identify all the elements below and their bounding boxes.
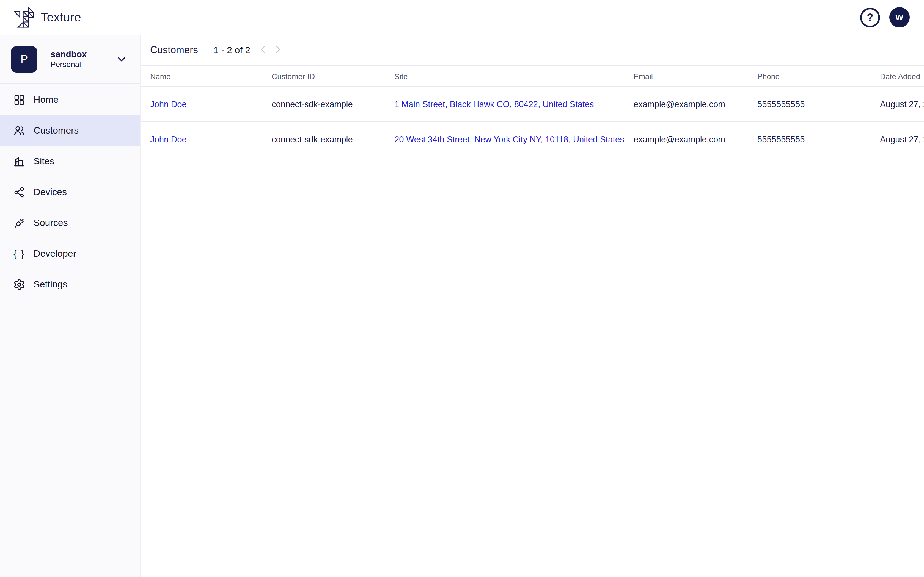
top-bar: Texture ? W: [0, 0, 924, 35]
sidebar: P sandbox Personal Home: [0, 35, 141, 577]
workspace-meta: sandbox Personal: [51, 50, 87, 69]
pagination-controls: [256, 43, 286, 57]
pagination-prev-button[interactable]: [256, 43, 270, 57]
chevron-left-icon: [257, 44, 269, 57]
sidebar-item-sites[interactable]: Sites: [0, 146, 140, 177]
help-glyph: ?: [867, 12, 873, 23]
workspace-switcher[interactable]: P sandbox Personal: [0, 35, 140, 84]
email-cell: example@example.com: [633, 99, 758, 109]
phone-cell: 5555555555: [758, 134, 880, 144]
avatar-initial: W: [895, 13, 903, 22]
sidebar-item-label: Home: [34, 95, 58, 105]
page-title: Customers: [150, 45, 198, 56]
main-content: Customers 1 - 2 of 2 Name Customer ID Si…: [141, 35, 924, 577]
site-link[interactable]: 20 West 34th Street, New York City NY, 1…: [394, 134, 633, 144]
braces-icon: { }: [13, 248, 25, 260]
help-icon[interactable]: ?: [860, 7, 880, 27]
sidebar-item-customers[interactable]: Customers: [0, 115, 140, 146]
sidebar-nav: Home Customers: [0, 84, 140, 300]
table-row: John Doe connect-sdk-example 1 Main Stre…: [141, 87, 924, 122]
sidebar-item-devices[interactable]: Devices: [0, 177, 140, 208]
pagination-range: 1 - 2 of 2: [213, 45, 250, 56]
sidebar-item-home[interactable]: Home: [0, 85, 140, 115]
share-nodes-icon: [13, 186, 25, 199]
topbar-actions: ? W: [860, 7, 910, 27]
workspace-name: sandbox: [51, 50, 87, 60]
site-link[interactable]: 1 Main Street, Black Hawk CO, 80422, Uni…: [394, 99, 633, 109]
table-header-row: Name Customer ID Site Email Phone Date A…: [141, 66, 924, 87]
email-cell: example@example.com: [633, 134, 758, 144]
table-row: John Doe connect-sdk-example 20 West 34t…: [141, 122, 924, 157]
workspace-initial: P: [21, 53, 28, 65]
brand-logo[interactable]: Texture: [14, 6, 81, 29]
users-icon: [13, 124, 25, 137]
column-header-customer-id: Customer ID: [272, 72, 394, 81]
sidebar-item-label: Customers: [34, 125, 79, 136]
column-header-date-added: Date Added: [880, 72, 924, 81]
workspace-plan: Personal: [51, 60, 87, 69]
user-avatar[interactable]: W: [889, 7, 910, 27]
gear-icon: [13, 278, 25, 291]
sidebar-item-label: Sites: [34, 156, 55, 167]
phone-cell: 5555555555: [758, 99, 880, 109]
column-header-phone: Phone: [758, 72, 880, 81]
workspace-avatar: P: [11, 46, 37, 72]
chevron-right-icon: [272, 44, 284, 57]
chevron-down-icon: [115, 53, 128, 65]
customer-id-cell: connect-sdk-example: [272, 99, 394, 109]
column-header-email: Email: [633, 72, 758, 81]
sidebar-item-label: Developer: [34, 248, 76, 259]
customer-name-link[interactable]: John Doe: [150, 134, 272, 144]
texture-logo-icon: [14, 6, 35, 29]
column-header-name: Name: [150, 72, 272, 81]
date-added-cell: August 27, 2: [880, 134, 924, 144]
customer-id-cell: connect-sdk-example: [272, 134, 394, 144]
customer-name-link[interactable]: John Doe: [150, 99, 272, 109]
sidebar-item-label: Devices: [34, 187, 67, 198]
sidebar-item-label: Sources: [34, 218, 68, 229]
page-header: Customers 1 - 2 of 2: [141, 35, 924, 66]
sidebar-item-developer[interactable]: { } Developer: [0, 239, 140, 269]
plug-spark-icon: [13, 217, 25, 229]
column-header-site: Site: [394, 72, 633, 81]
brand-name: Texture: [41, 10, 81, 24]
building-icon: [13, 155, 25, 168]
sidebar-item-label: Settings: [34, 279, 67, 290]
sidebar-item-sources[interactable]: Sources: [0, 208, 140, 239]
pagination-next-button[interactable]: [271, 43, 286, 57]
grid-icon: [13, 94, 25, 106]
app-root: Texture ? W P sandbox Personal: [0, 0, 924, 577]
sidebar-item-settings[interactable]: Settings: [0, 269, 140, 300]
date-added-cell: August 27, 2: [880, 99, 924, 109]
